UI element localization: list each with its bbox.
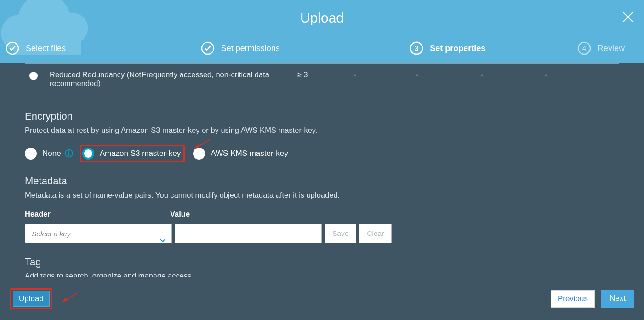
metadata-header-select[interactable]: Select a key [25, 224, 172, 243]
storage-class-designed-for: Frequently accessed, non-critical data [142, 70, 279, 79]
step-label: Select files [26, 44, 66, 53]
storage-class-cell: - [514, 70, 578, 79]
radio-icon[interactable] [25, 148, 37, 160]
annotation-highlight-s3-masterkey: Amazon S3 master-key [80, 145, 185, 162]
button-label: Upload [19, 294, 44, 303]
step-set-permissions[interactable]: Set permissions [201, 41, 369, 55]
metadata-desc: Metadata is a set of name-value pairs. Y… [25, 191, 619, 200]
check-circle-icon [6, 41, 19, 55]
annotation-arrow-icon [61, 292, 78, 305]
step-label: Review [598, 44, 625, 53]
annotation-highlight-upload: Upload [10, 288, 52, 309]
metadata-clear-button[interactable]: Clear [359, 224, 392, 243]
dialog-title: Upload [0, 0, 644, 26]
select-placeholder: Select a key [32, 230, 70, 238]
encryption-option-label: Amazon S3 master-key [100, 149, 181, 158]
step-label: Set properties [430, 44, 485, 53]
step-number-icon: 3 [410, 41, 423, 55]
step-review[interactable]: 4 Review [577, 41, 625, 55]
encryption-option-s3-masterkey[interactable]: Amazon S3 master-key [82, 148, 181, 160]
radio-icon[interactable] [193, 148, 205, 160]
metadata-value-input[interactable] [175, 224, 322, 243]
close-icon[interactable] [622, 11, 634, 25]
upload-button[interactable]: Upload [13, 291, 50, 307]
metadata-title: Metadata [25, 175, 619, 187]
wizard-steps: Select files Set permissions 3 Set prope… [0, 41, 644, 55]
encryption-desc: Protect data at rest by using Amazon S3 … [25, 126, 619, 135]
svg-text:3: 3 [415, 45, 419, 52]
dialog-footer: Upload Previous Next [0, 277, 644, 320]
encryption-option-label: None [42, 149, 61, 158]
step-select-files[interactable]: Select files [6, 41, 173, 55]
check-circle-icon [201, 41, 215, 55]
info-icon[interactable]: ⓘ [65, 148, 73, 159]
dialog-body: Reduced Redundancy (Not recommended) Fre… [0, 63, 644, 277]
tag-desc: Add tags to search, organize and manage … [25, 272, 619, 277]
metadata-header-label: Header [25, 210, 51, 218]
button-label: Next [610, 294, 626, 303]
next-button[interactable]: Next [601, 290, 634, 308]
storage-class-name: Reduced Redundancy (Not recommended) [50, 70, 142, 88]
step-set-properties[interactable]: 3 Set properties [410, 41, 577, 55]
dialog-header: Upload Select files Set permissions 3 Se… [0, 0, 644, 63]
storage-class-cell: - [385, 70, 450, 79]
button-label: Previous [558, 294, 588, 303]
tag-title: Tag [25, 256, 619, 268]
button-label: Save [332, 229, 348, 238]
metadata-save-button[interactable]: Save [325, 224, 356, 243]
storage-class-cell: - [450, 70, 514, 79]
encryption-option-none[interactable]: None [25, 148, 61, 160]
encryption-option-label: AWS KMS master-key [211, 149, 288, 158]
previous-button[interactable]: Previous [551, 290, 595, 308]
storage-class-row-reduced-redundancy[interactable]: Reduced Redundancy (Not recommended) Fre… [25, 63, 619, 97]
button-label: Clear [367, 229, 384, 238]
chevron-down-icon [160, 231, 166, 250]
storage-class-cell: - [325, 70, 385, 79]
radio-icon[interactable] [29, 72, 38, 80]
encryption-option-kms-masterkey[interactable]: AWS KMS master-key [193, 148, 288, 160]
step-number-icon: 4 [577, 41, 591, 55]
storage-class-az: ≥ 3 [279, 70, 325, 79]
step-label: Set permissions [221, 44, 280, 53]
encryption-options: None ⓘ Amazon S3 master-key AWS KMS mast… [25, 145, 619, 162]
encryption-title: Encryption [25, 110, 619, 122]
svg-text:4: 4 [582, 45, 587, 52]
metadata-value-label: Value [170, 210, 190, 218]
radio-icon[interactable] [82, 148, 94, 160]
